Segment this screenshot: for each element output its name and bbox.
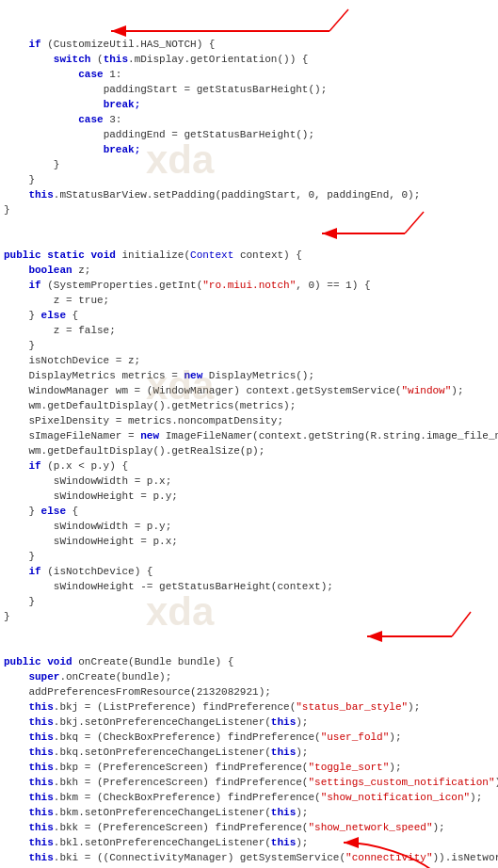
code-line: super.onCreate(bundle); [0, 670, 498, 685]
code-text: this.bkj = (ListPreference) findPreferen… [4, 700, 494, 715]
code-text: this.bki = ((ConnectivityManager) getSys… [4, 851, 498, 866]
code-text: if (p.x < p.y) { [4, 459, 494, 474]
code-line: public void onCreate(Bundle bundle) { [0, 655, 498, 670]
code-text: sWindowHeight = p.x; [4, 535, 494, 550]
code-line: this.bkk = (PreferenceScreen) findPrefer… [0, 821, 498, 836]
code-text: z = true; [4, 294, 494, 309]
code-text: this.bkj.setOnPreferenceChangeListener(t… [4, 715, 494, 731]
code-line: this.mStatusBarView.setPadding(paddingSt… [0, 188, 498, 203]
code-text: switch (this.mDisplay.getOrientation()) … [4, 53, 494, 68]
code-text: sWindowHeight -= getStatusBarHeight(cont… [4, 580, 494, 595]
code-text: DisplayMetrics metrics = new DisplayMetr… [4, 369, 494, 384]
code-line: WindowManager wm = (WindowManager) conte… [0, 384, 498, 399]
code-text: this.bkk = (PreferenceScreen) findPrefer… [4, 821, 494, 836]
code-line: this.bkq.setOnPreferenceChangeListener(t… [0, 746, 498, 761]
code-text: wm.getDefaultDisplay().getMetrics(metric… [4, 399, 494, 414]
code-line: addPreferencesFromResource(2132082921); [0, 685, 498, 700]
code-text: sWindowHeight = p.y; [4, 490, 494, 505]
code-text: addPreferencesFromResource(2132082921); [4, 685, 494, 700]
code-text: paddingStart = getStatusBarHeight(); [4, 83, 494, 98]
code-line: } [0, 339, 498, 354]
code-line: } [0, 158, 498, 173]
code-line: this.bkp = (PreferenceScreen) findPrefer… [0, 761, 498, 776]
code-text: wm.getDefaultDisplay().getRealSize(p); [4, 444, 494, 459]
code-line: sPixelDensity = metrics.noncompatDensity… [0, 414, 498, 429]
code-line: this.bkj.setOnPreferenceChangeListener(t… [0, 715, 498, 731]
code-text: break; [4, 98, 494, 113]
code-line [0, 625, 498, 640]
code-line: } [0, 173, 498, 188]
code-text: this.bkm.setOnPreferenceChangeListener(t… [4, 806, 494, 821]
code-text: } else { [4, 505, 494, 520]
code-text: if (CustomizeUtil.HAS_NOTCH) { [4, 38, 494, 53]
code-text: public static void initialize(Context co… [4, 249, 494, 264]
code-text: } else { [4, 309, 494, 324]
code-text: WindowManager wm = (WindowManager) conte… [4, 384, 494, 399]
code-line: sWindowHeight = p.x; [0, 535, 498, 550]
code-line: case 3: [0, 113, 498, 128]
code-text: public void onCreate(Bundle bundle) { [4, 655, 494, 670]
code-text: if (isNotchDevice) { [4, 565, 494, 580]
code-line: wm.getDefaultDisplay().getRealSize(p); [0, 444, 498, 459]
code-line: DisplayMetrics metrics = new DisplayMetr… [0, 369, 498, 384]
code-text: if (SystemProperties.getInt("ro.miui.not… [4, 279, 494, 294]
code-line: if (p.x < p.y) { [0, 459, 498, 474]
code-line: } else { [0, 309, 498, 324]
code-line: this.bkm.setOnPreferenceChangeListener(t… [0, 806, 498, 821]
code-text: sPixelDensity = metrics.noncompatDensity… [4, 414, 494, 429]
code-line: sWindowHeight -= getStatusBarHeight(cont… [0, 580, 498, 595]
code-text: sImageFileNamer = new ImageFileNamer(con… [4, 429, 498, 444]
code-text [4, 625, 494, 640]
code-line: } [0, 203, 498, 218]
code-text: this.bkm = (CheckBoxPreference) findPref… [4, 791, 494, 806]
code-line: isNotchDevice = z; [0, 354, 498, 369]
code-line: this.bkh = (PreferenceScreen) findPrefer… [0, 776, 498, 791]
code-text: } [4, 158, 494, 173]
code-text: this.bkp = (PreferenceScreen) findPrefer… [4, 761, 494, 776]
code-text: case 1: [4, 68, 494, 83]
code-line [0, 233, 498, 249]
code-line: if (isNotchDevice) { [0, 565, 498, 580]
code-text: this.bkh = (PreferenceScreen) findPrefer… [4, 776, 498, 791]
code-line: sWindowWidth = p.y; [0, 520, 498, 535]
code-text: isNotchDevice = z; [4, 354, 494, 369]
code-text [4, 233, 494, 249]
code-line: this.bkq = (CheckBoxPreference) findPref… [0, 731, 498, 746]
code-line: sWindowWidth = p.x; [0, 474, 498, 490]
code-line: break; [0, 98, 498, 113]
code-line: if (SystemProperties.getInt("ro.miui.not… [0, 279, 498, 294]
code-text: } [4, 339, 494, 354]
code-text: boolean z; [4, 264, 494, 279]
code-text: sWindowWidth = p.y; [4, 520, 494, 535]
code-text: sWindowWidth = p.x; [4, 474, 494, 490]
code-text: } [4, 203, 494, 218]
code-line: public static void initialize(Context co… [0, 249, 498, 264]
code-line: case 1: [0, 68, 498, 83]
code-line: this.bkm = (CheckBoxPreference) findPref… [0, 791, 498, 806]
code-line: break; [0, 143, 498, 158]
code-line: paddingEnd = getStatusBarHeight(); [0, 128, 498, 143]
code-text [4, 218, 494, 233]
code-line: } [0, 550, 498, 565]
code-text: this.bkl.setOnPreferenceChangeListener(t… [4, 836, 494, 851]
code-text: this.bkq.setOnPreferenceChangeListener(t… [4, 746, 494, 761]
code-text: } [4, 550, 494, 565]
code-line: sImageFileNamer = new ImageFileNamer(con… [0, 429, 498, 444]
code-line: wm.getDefaultDisplay().getMetrics(metric… [0, 399, 498, 414]
code-line: sWindowHeight = p.y; [0, 490, 498, 505]
code-text: } [4, 610, 494, 625]
code-line: switch (this.mDisplay.getOrientation()) … [0, 53, 498, 68]
code-text: this.mStatusBarView.setPadding(paddingSt… [4, 188, 494, 203]
code-text: paddingEnd = getStatusBarHeight(); [4, 128, 494, 143]
code-line: this.bkl.setOnPreferenceChangeListener(t… [0, 836, 498, 851]
code-line: z = false; [0, 324, 498, 339]
code-line: } else { [0, 505, 498, 520]
code-text [4, 640, 494, 655]
code-line: this.bkj = (ListPreference) findPreferen… [0, 700, 498, 715]
code-line: } [0, 610, 498, 625]
code-text: case 3: [4, 113, 494, 128]
code-line: paddingStart = getStatusBarHeight(); [0, 83, 498, 98]
code-text: break; [4, 143, 494, 158]
code-line: } [0, 595, 498, 610]
code-text: super.onCreate(bundle); [4, 670, 494, 685]
